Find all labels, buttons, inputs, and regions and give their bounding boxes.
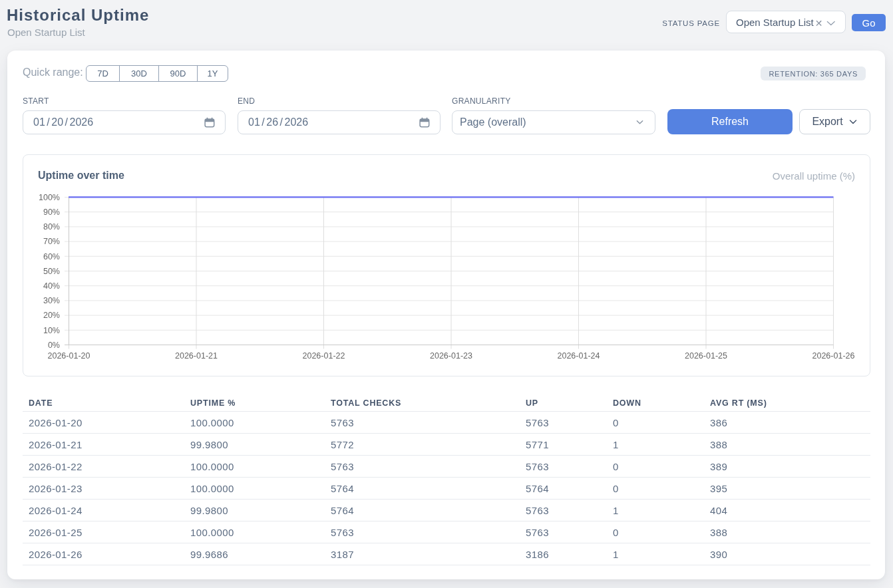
svg-text:2026-01-25: 2026-01-25 [685, 351, 727, 361]
svg-text:90%: 90% [43, 208, 60, 217]
svg-text:2026-01-21: 2026-01-21 [175, 351, 218, 361]
svg-text:10%: 10% [43, 326, 60, 335]
svg-text:70%: 70% [43, 237, 60, 246]
svg-text:50%: 50% [43, 267, 60, 276]
svg-text:30%: 30% [43, 296, 60, 305]
svg-text:40%: 40% [43, 281, 60, 291]
svg-text:0%: 0% [48, 341, 60, 350]
svg-text:20%: 20% [43, 311, 60, 320]
svg-text:2026-01-23: 2026-01-23 [430, 351, 472, 361]
svg-text:80%: 80% [43, 222, 60, 231]
svg-text:2026-01-22: 2026-01-22 [303, 351, 345, 361]
svg-text:2026-01-24: 2026-01-24 [558, 351, 600, 361]
svg-text:2026-01-20: 2026-01-20 [48, 351, 90, 361]
svg-text:2026-01-26: 2026-01-26 [812, 351, 855, 361]
svg-text:60%: 60% [43, 252, 60, 261]
svg-text:100%: 100% [39, 193, 60, 202]
